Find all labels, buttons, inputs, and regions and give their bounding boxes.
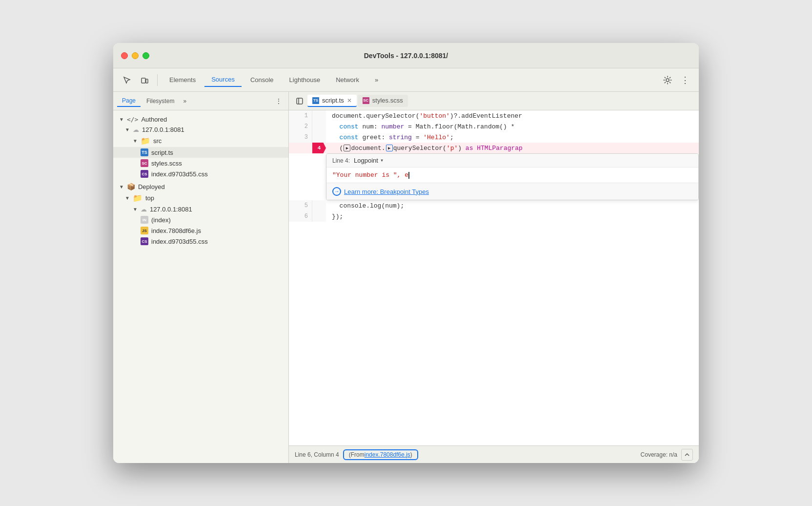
folder-gray-icon: 📁 — [133, 193, 142, 203]
inspect-element-button[interactable] — [119, 72, 135, 88]
tree-authored[interactable]: ▼ </> Authored — [113, 114, 288, 125]
editor-tab-ts-icon: TS — [312, 97, 319, 104]
status-source-link[interactable]: index.7808df6e.js — [365, 451, 410, 458]
box-icon: 📦 — [127, 183, 135, 190]
main-content: Page Filesystem » ⋮ ▼ </> Authored ▼ ☁ 1… — [113, 92, 699, 463]
more-options-button[interactable]: ⋮ — [677, 72, 693, 88]
tree-host-deployed[interactable]: ▼ ☁ 127.0.0.1:8081 — [113, 204, 288, 214]
tree-host-authored[interactable]: ▼ ☁ 127.0.0.1:8081 — [113, 125, 288, 135]
scss-file-icon: SC — [141, 159, 148, 167]
tree-index-js[interactable]: JS index.7808df6e.js — [113, 225, 288, 236]
cloud-icon-2: ☁ — [141, 206, 147, 213]
traffic-lights — [121, 52, 149, 59]
logpoint-type-dropdown[interactable]: Logpoint ▾ — [354, 157, 384, 164]
tree-index-label: (index) — [151, 216, 171, 224]
svg-point-2 — [666, 79, 669, 82]
tree-index-css-deployed[interactable]: CS index.d9703d55.css — [113, 236, 288, 247]
code-text-1b: 'button' — [419, 112, 449, 120]
code-line-4: 4 (▶document.▶querySelector('p') as HTML… — [289, 143, 699, 153]
sidebar-toggle-button[interactable] — [293, 94, 306, 108]
code-line-6: 6 }); — [289, 211, 699, 222]
debug-arrow-icon-1: ▶ — [344, 145, 350, 151]
tree-deployed-label: Deployed — [138, 183, 165, 190]
tree-src-label: src — [153, 137, 162, 145]
status-icon-button[interactable] — [681, 449, 693, 461]
device-toggle-button[interactable] — [137, 72, 152, 88]
editor-tab-script-ts[interactable]: TS script.ts ✕ — [307, 95, 357, 107]
tab-more[interactable]: » — [368, 73, 385, 86]
toolbar: Elements Sources Console Lighthouse Netw… — [113, 68, 699, 92]
line-num-2[interactable]: 2 — [289, 121, 312, 132]
tab-lighthouse[interactable]: Lighthouse — [283, 73, 327, 86]
code-text-3b: greet: — [359, 134, 389, 141]
tree-top-folder[interactable]: ▼ 📁 top — [113, 192, 288, 204]
line-content-3: const greet: string = 'Hello'; — [326, 132, 699, 143]
tree-index-css-authored-label: index.d9703d55.css — [151, 170, 208, 178]
arrow-down-icon-2: ▼ — [125, 127, 130, 132]
line-num-6[interactable]: 6 — [289, 211, 312, 222]
tab-more-panel[interactable]: » — [180, 96, 189, 106]
tab-sources[interactable]: Sources — [204, 73, 242, 87]
tree-script-ts[interactable]: TS script.ts — [113, 147, 288, 158]
line-num-1[interactable]: 1 — [289, 110, 312, 121]
left-panel: Page Filesystem » ⋮ ▼ </> Authored ▼ ☁ 1… — [113, 92, 289, 463]
arrow-down-icon-5: ▼ — [125, 195, 130, 201]
status-position: Line 6, Column 4 — [295, 451, 339, 458]
tab-page[interactable]: Page — [117, 95, 141, 107]
css-file-icon-2: CS — [141, 237, 148, 245]
learn-more-link[interactable]: Learn more: Breakpoint Types — [344, 188, 429, 195]
line-content-6: }); — [326, 211, 699, 222]
tree-src-folder[interactable]: ▼ 📁 src — [113, 135, 288, 147]
close-tab-script-ts[interactable]: ✕ — [347, 98, 352, 104]
right-panel: TS script.ts ✕ SC styles.scss 1 — [289, 92, 699, 463]
code-kw-as: as — [466, 145, 473, 152]
code-lines[interactable]: 1 document.querySelector('button')?.addE… — [289, 110, 699, 445]
breakpoint-marker-4[interactable]: 4 — [312, 143, 326, 153]
status-source: (From index.7808df6e.js) — [343, 449, 418, 460]
panel-more-action[interactable]: ⋮ — [273, 95, 284, 107]
settings-button[interactable] — [660, 72, 675, 88]
logpoint-input[interactable]: "Your number is ", e — [332, 171, 408, 179]
arrow-down-icon: ▼ — [119, 117, 124, 122]
code-text-4a: ( — [332, 145, 343, 152]
editor-tab-script-ts-label: script.ts — [322, 97, 344, 104]
tree-deployed[interactable]: ▼ 📦 Deployed — [113, 181, 288, 192]
tab-console[interactable]: Console — [244, 73, 281, 86]
tab-elements[interactable]: Elements — [162, 73, 203, 86]
code-text-2b: num: — [359, 123, 382, 130]
no-marker-2 — [312, 121, 326, 132]
code-text-5: console.log(num); — [332, 202, 404, 210]
tree-index[interactable]: IN (index) — [113, 214, 288, 225]
logpoint-header: Line 4: Logpoint ▾ — [326, 154, 698, 168]
status-bar: Line 6, Column 4 (From index.7808df6e.js… — [289, 445, 699, 463]
tree-styles-scss[interactable]: SC styles.scss — [113, 158, 288, 169]
tree-styles-scss-label: styles.scss — [151, 160, 182, 167]
maximize-button[interactable] — [142, 52, 149, 59]
line-content-4: (▶document.▶querySelector('p') as HTMLPa… — [326, 143, 699, 153]
line-num-4[interactable] — [289, 143, 312, 153]
code-str-p: 'p' — [447, 145, 458, 152]
chevron-down-icon: ▾ — [380, 157, 384, 164]
editor-tab-styles-scss[interactable]: SC styles.scss — [358, 95, 408, 107]
toolbar-right: ⋮ — [660, 72, 693, 88]
line-num-3[interactable]: 3 — [289, 132, 312, 143]
tree-script-ts-label: script.ts — [151, 149, 173, 156]
line-num-5[interactable]: 5 — [289, 200, 312, 211]
code-text-4c: querySelector( — [393, 145, 447, 152]
status-coverage: Coverage: n/a — [641, 451, 677, 458]
tree-host-authored-label: 127.0.0.1:8081 — [142, 126, 184, 133]
code-text-3d: ; — [450, 134, 454, 141]
code-type-html: HTMLParagrap — [473, 145, 522, 152]
tree-index-css-authored[interactable]: CS index.d9703d55.css — [113, 169, 288, 179]
cloud-icon: ☁ — [133, 126, 139, 133]
tab-network[interactable]: Network — [329, 73, 366, 86]
close-button[interactable] — [121, 52, 128, 59]
logpoint-type-label: Logpoint — [354, 157, 378, 164]
debug-arrow-icon-2: ▶ — [386, 145, 393, 151]
code-text-6: }); — [332, 213, 343, 220]
logpoint-body[interactable]: "Your number is ", e — [326, 168, 698, 183]
minimize-button[interactable] — [132, 52, 139, 59]
code-text-2a — [332, 123, 340, 130]
tab-filesystem[interactable]: Filesystem — [142, 96, 179, 106]
code-kw-const-2: const — [340, 123, 359, 130]
